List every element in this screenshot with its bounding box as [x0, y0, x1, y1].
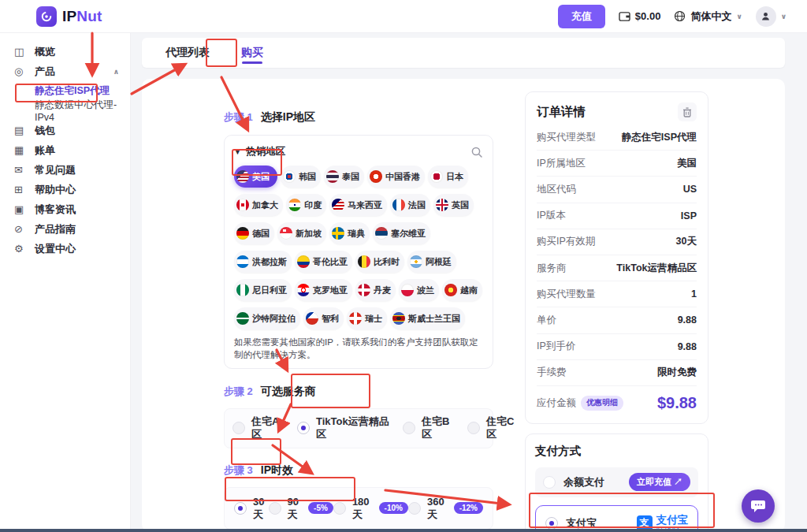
clear-order-button[interactable]: [678, 102, 697, 121]
country-pill[interactable]: 阿根廷: [407, 251, 456, 273]
flag-icon-hk: [370, 170, 382, 183]
country-pill[interactable]: 瑞士: [347, 307, 387, 329]
country-pill[interactable]: 美国: [234, 166, 277, 188]
country-pill[interactable]: 尼日利亚: [234, 279, 292, 301]
country-pill[interactable]: 比利时: [355, 251, 404, 273]
country-pill[interactable]: 加拿大: [234, 194, 283, 216]
sidebar-item-wallet[interactable]: ▤钱包: [0, 121, 130, 140]
step3-header: 步骤 3 IP时效: [224, 463, 493, 478]
tab-proxy-list[interactable]: 代理列表: [165, 38, 210, 68]
country-pill[interactable]: 英国: [433, 194, 474, 216]
chat-support-button[interactable]: [742, 489, 775, 523]
country-pill[interactable]: 哥伦比亚: [295, 251, 352, 273]
content-area: 代理列表购买 步骤 1 选择IP地区 ▼ 热销地区: [131, 33, 807, 532]
purchase-card: 步骤 1 选择IP地区 ▼ 热销地区 美国韩国泰国中国香港: [142, 79, 785, 532]
country-pill[interactable]: 瑞典: [329, 222, 370, 244]
recharge-button[interactable]: 充值: [558, 5, 605, 28]
order-row: 地区代码US: [537, 177, 697, 203]
window-bottom-edge: [0, 529, 807, 532]
alipay-radio[interactable]: [545, 517, 558, 530]
hot-regions-toggle[interactable]: ▼ 热销地区: [234, 145, 285, 158]
country-pill[interactable]: 马来西亚: [329, 194, 387, 216]
recharge-now-button[interactable]: 立即充值 ↗: [629, 473, 690, 491]
country-pill[interactable]: 斯威士兰王国: [390, 307, 465, 329]
duration-radio[interactable]: [333, 502, 346, 515]
duration-option-label: 360天: [427, 496, 444, 522]
order-row-label: 手续费: [537, 366, 567, 379]
order-row-label: IP版本: [537, 209, 566, 222]
sidebar-item-blog[interactable]: ▣博客资讯: [0, 199, 130, 219]
duration-option-label: 90天: [288, 496, 299, 522]
country-pill[interactable]: 印度: [286, 194, 326, 216]
step1-title: 选择IP地区: [261, 110, 315, 125]
country-name: 瑞典: [348, 228, 365, 240]
sidebar-item-faq[interactable]: ✉常见问题: [0, 160, 130, 180]
tab-buy[interactable]: 购买: [241, 38, 263, 68]
duration-option[interactable]: 30天: [234, 496, 269, 522]
duration-option[interactable]: 360天-12%: [408, 496, 483, 522]
product-guide-icon: ⊘: [14, 223, 26, 235]
sidebar-item-help-center[interactable]: ⊞帮助中心: [0, 180, 130, 199]
country-pill[interactable]: 德国: [234, 222, 274, 244]
country-name: 法国: [408, 199, 426, 211]
flag-icon-se: [332, 227, 344, 240]
flag-icon-pl: [401, 284, 414, 296]
flag-icon-kr: [283, 170, 296, 183]
wallet-balance[interactable]: $0.00: [619, 10, 661, 22]
country-pill[interactable]: 塞尔维亚: [373, 222, 430, 244]
service-option[interactable]: 住宅A区: [232, 415, 286, 441]
country-pill[interactable]: 韩国: [281, 166, 321, 188]
duration-radio[interactable]: [269, 502, 281, 515]
country-pill[interactable]: 克罗地亚: [295, 279, 352, 301]
service-radio[interactable]: [297, 422, 310, 434]
custom-region-note: 如果您需要其他国家的IP，请联系我们的客户支持团队获取定制的代理解决方案。: [234, 336, 483, 361]
duration-radio[interactable]: [408, 502, 421, 515]
search-icon[interactable]: [470, 146, 483, 158]
top-header: IPNut 充值 $0.00 简体中文 ∨: [0, 0, 807, 33]
country-pill[interactable]: 中国香港: [367, 166, 425, 188]
order-row: 购买代理数量1: [537, 281, 697, 307]
country-pill[interactable]: 智利: [303, 307, 344, 329]
balance-pay-radio[interactable]: [543, 476, 556, 489]
service-radio[interactable]: [467, 422, 480, 434]
flag-icon-rs: [375, 227, 388, 240]
discount-detail-badge[interactable]: 优惠明细: [581, 396, 623, 411]
chevron-down-icon: ∨: [736, 13, 742, 20]
products-icon: ◎: [14, 65, 26, 77]
service-option[interactable]: TikTok运营精品区: [297, 415, 392, 441]
country-pill[interactable]: 沙特阿拉伯: [234, 307, 300, 329]
balance-pay-option[interactable]: 余额支付 立即充值 ↗: [535, 467, 698, 497]
step2-number: 步骤 2: [224, 385, 253, 399]
sidebar-item-billing[interactable]: ▦账单: [0, 140, 130, 160]
service-option-label: TikTok运营精品区: [316, 415, 392, 441]
service-radio[interactable]: [403, 422, 415, 434]
service-radio[interactable]: [232, 422, 245, 434]
sidebar-subitem[interactable]: 静态数据中心代理-IPv4: [0, 101, 130, 121]
service-option[interactable]: 住宅B区: [403, 415, 456, 441]
duration-option[interactable]: 180天-10%: [333, 496, 408, 522]
service-option[interactable]: 住宅C区: [467, 415, 521, 441]
sidebar-item-products[interactable]: ◎产品∧: [0, 61, 130, 81]
user-menu[interactable]: ∨: [756, 6, 787, 27]
country-pill[interactable]: 泰国: [324, 166, 364, 188]
country-pill[interactable]: 洪都拉斯: [234, 251, 292, 273]
alipay-option[interactable]: 支付宝 支 支付宝 ALIPAY: [535, 505, 698, 532]
country-pill[interactable]: 日本: [428, 166, 468, 188]
country-pill[interactable]: 丹麦: [355, 279, 396, 301]
language-selector[interactable]: 简体中文 ∨: [674, 9, 742, 24]
sidebar-item-product-guide[interactable]: ⊘产品指南: [0, 219, 130, 239]
country-pill[interactable]: 波兰: [399, 279, 439, 301]
order-row-value: 美国: [677, 157, 697, 170]
country-pill[interactable]: 新加坡: [277, 222, 326, 244]
country-pill[interactable]: 法国: [390, 194, 430, 216]
country-pill[interactable]: 越南: [442, 279, 482, 301]
faq-icon: ✉: [14, 164, 26, 176]
duration-option[interactable]: 90天-5%: [269, 496, 333, 522]
sidebar-item-label: 帮助中心: [35, 183, 76, 197]
flag-icon-dk: [358, 284, 370, 296]
flag-icon-ng: [236, 284, 249, 296]
sidebar-item-settings[interactable]: ⚙设置中心: [0, 239, 130, 259]
duration-radio[interactable]: [234, 502, 247, 515]
sidebar-item-overview[interactable]: ◫概览: [0, 42, 130, 61]
brand-logo-icon: [36, 6, 57, 27]
